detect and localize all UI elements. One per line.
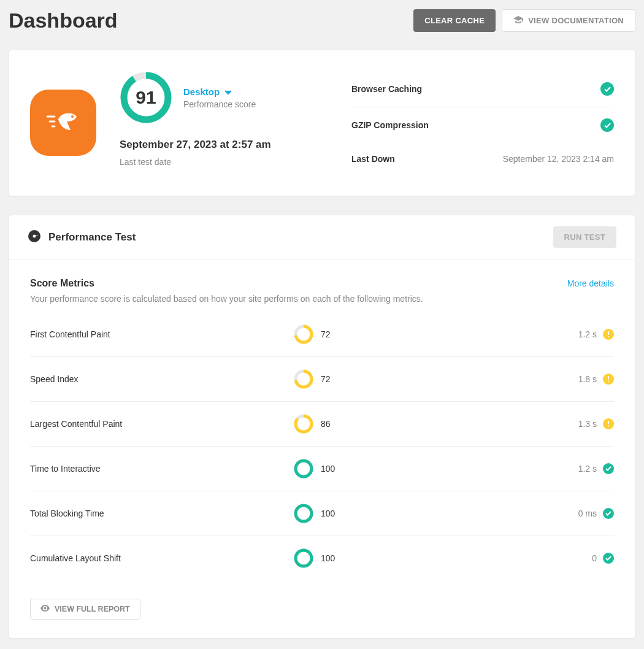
check-icon <box>603 553 614 564</box>
product-logo <box>30 90 96 156</box>
status-label: Browser Caching <box>351 84 422 94</box>
clear-cache-button[interactable]: CLEAR CACHE <box>413 9 496 32</box>
metric-name: Largest Contentful Paint <box>30 419 294 429</box>
summary-card: 91 Desktop Performance score September 2… <box>9 50 635 196</box>
chevron-down-icon <box>224 86 232 97</box>
metric-score-value: 86 <box>321 419 331 429</box>
metric-score-gauge <box>294 548 313 568</box>
metric-time-value: 1.8 s <box>578 374 597 384</box>
svg-point-0 <box>71 115 74 118</box>
device-selector[interactable]: Desktop <box>183 86 256 97</box>
more-details-link[interactable]: More details <box>567 278 614 288</box>
metric-score-gauge <box>294 324 313 344</box>
performance-score-gauge: 91 <box>120 71 172 124</box>
metric-score-gauge <box>294 369 313 389</box>
performance-body: Score Metrics More details Your performa… <box>9 259 635 599</box>
svg-point-18 <box>296 461 312 477</box>
device-label: Desktop <box>183 86 220 97</box>
metric-row: Time to Interactive1001.2 s <box>30 447 614 491</box>
score-metrics-description: Your performance score is calculated bas… <box>30 294 614 304</box>
header-actions: CLEAR CACHE VIEW DOCUMENTATION <box>413 9 635 32</box>
warning-icon <box>603 374 614 385</box>
metric-score-value: 100 <box>321 509 335 518</box>
metric-score-value: 100 <box>321 464 335 474</box>
metric-name: First Contentful Paint <box>30 329 294 339</box>
metric-time-value: 1.3 s <box>578 419 597 429</box>
metric-row: Cumulative Layout Shift1000 <box>30 536 614 580</box>
status-row: GZIP Compression <box>351 107 614 143</box>
last-test-date-label: Last test date <box>120 157 328 167</box>
check-icon <box>603 463 614 474</box>
svg-point-4 <box>33 234 36 237</box>
metric-row: Speed Index721.8 s <box>30 357 614 402</box>
page-title: Dashboard <box>9 9 118 33</box>
warning-icon <box>603 329 614 340</box>
view-full-report-button[interactable]: VIEW FULL REPORT <box>30 599 140 620</box>
metric-score-gauge <box>294 459 313 478</box>
performance-score-value: 91 <box>120 71 172 124</box>
summary-status-list: Browser CachingGZIP Compression Last Dow… <box>351 71 614 175</box>
svg-rect-16 <box>608 426 609 427</box>
device-sublabel: Performance score <box>183 99 256 109</box>
performance-section-title: Performance Test <box>48 231 136 244</box>
metric-time-value: 1.2 s <box>578 329 597 339</box>
last-down-label: Last Down <box>351 154 395 164</box>
view-full-report-label: VIEW FULL REPORT <box>55 605 130 613</box>
svg-rect-7 <box>608 331 609 335</box>
view-documentation-button[interactable]: VIEW DOCUMENTATION <box>502 9 635 32</box>
last-down-value: September 12, 2023 2:14 am <box>503 154 614 164</box>
metric-name: Cumulative Layout Shift <box>30 553 294 563</box>
metric-score-gauge <box>294 504 313 523</box>
status-label: GZIP Compression <box>351 120 429 130</box>
metric-name: Time to Interactive <box>30 464 294 474</box>
metric-score-value: 72 <box>321 374 331 384</box>
metric-row: Total Blocking Time1000 ms <box>30 491 614 536</box>
eye-icon <box>40 605 50 613</box>
last-down-row: Last Down September 12, 2023 2:14 am <box>351 143 614 175</box>
svg-rect-15 <box>608 421 609 424</box>
run-test-button[interactable]: RUN TEST <box>553 226 616 248</box>
last-test-date: September 27, 2023 at 2:57 am <box>120 139 328 151</box>
metric-name: Total Blocking Time <box>30 509 294 518</box>
check-icon <box>600 82 614 96</box>
metric-time-value: 0 ms <box>578 509 597 518</box>
check-icon <box>600 118 614 132</box>
score-metrics-title: Score Metrics <box>30 278 94 289</box>
metrics-list: First Contentful Paint721.2 sSpeed Index… <box>30 312 614 580</box>
metric-score-gauge <box>294 414 313 434</box>
metric-time-value: 0 <box>592 553 597 563</box>
summary-main: 91 Desktop Performance score September 2… <box>120 71 328 167</box>
svg-point-20 <box>296 505 312 521</box>
status-row: Browser Caching <box>351 71 614 107</box>
graduation-cap-icon <box>513 16 523 25</box>
metric-score-value: 100 <box>321 553 335 563</box>
metric-name: Speed Index <box>30 374 294 384</box>
gauge-icon <box>28 229 41 245</box>
hummingbird-icon <box>44 103 83 142</box>
performance-header: Performance Test RUN TEST <box>9 215 635 259</box>
check-icon <box>603 508 614 519</box>
metric-score-value: 72 <box>321 329 331 339</box>
svg-rect-11 <box>608 376 609 380</box>
score-row: 91 Desktop Performance score <box>120 71 328 124</box>
svg-rect-12 <box>608 381 609 382</box>
performance-test-card: Performance Test RUN TEST Score Metrics … <box>9 215 635 639</box>
metric-time-value: 1.2 s <box>578 464 597 474</box>
svg-point-22 <box>296 550 312 566</box>
page-header: Dashboard CLEAR CACHE VIEW DOCUMENTATION <box>9 9 635 33</box>
warning-icon <box>603 418 614 429</box>
view-documentation-label: VIEW DOCUMENTATION <box>528 16 624 25</box>
metric-row: Largest Contentful Paint861.3 s <box>30 402 614 447</box>
svg-rect-8 <box>608 336 609 337</box>
metric-row: First Contentful Paint721.2 s <box>30 312 614 357</box>
